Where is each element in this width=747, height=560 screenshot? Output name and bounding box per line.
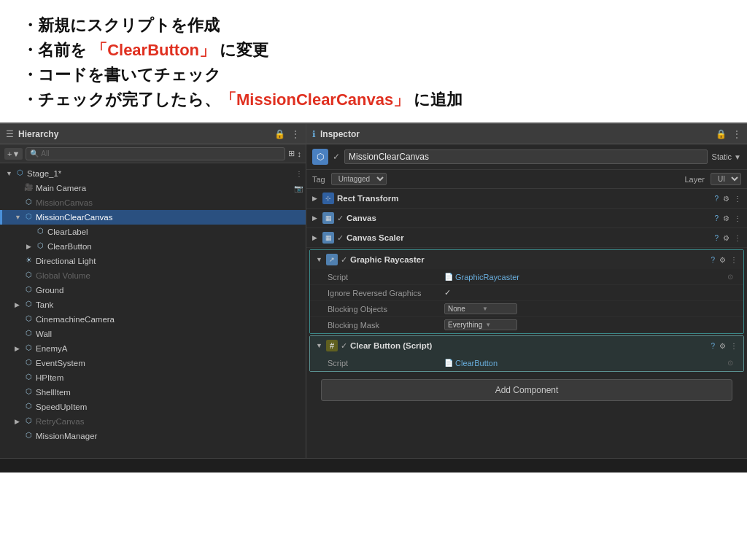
tree-label-mission-canvas: MissionCanvas	[36, 198, 93, 207]
tree-item-ground[interactable]: ⬡ Ground	[0, 283, 306, 298]
static-dropdown-icon[interactable]: ▼	[734, 153, 741, 161]
tree-label-directional-light: Directional Light	[36, 257, 96, 265]
instruction-text-area: ・新規にスクリプトを作成 ・名前を 「ClearButton」 に変更 ・コード…	[0, 0, 747, 122]
gameobject-static-control: Static ▼	[712, 152, 741, 161]
tree-item-cinemachine-camera[interactable]: ⬡ CinemachineCamera	[0, 312, 306, 327]
tree-label-event-system: EventSystem	[36, 359, 85, 368]
blocking-objects-label: Blocking Objects	[328, 305, 444, 314]
clear-script-settings-icon[interactable]: ⊙	[727, 359, 733, 367]
clear-script-value[interactable]: ClearButton	[455, 359, 727, 368]
canvas-scaler-checkbox[interactable]: ✓	[337, 233, 344, 243]
triangle-shell-item	[15, 389, 22, 396]
clear-button-checkbox[interactable]: ✓	[341, 341, 347, 351]
component-graphic-raycaster[interactable]: ▼ ↗ ✓ Graphic Raycaster ? ⚙ ⋮	[310, 250, 743, 269]
clear-button-controls: ? ⚙ ⋮	[711, 342, 738, 350]
tree-item-stage1[interactable]: ⬡ Stage_1* ⋮	[0, 166, 306, 181]
inspector-lock-icon[interactable]: 🔒	[716, 129, 727, 139]
canvas-scaler-settings-icon[interactable]: ⚙	[723, 234, 729, 242]
tree-item-clear-label[interactable]: ⬡ ClearLabel	[0, 225, 306, 239]
graphic-raycaster-checkbox[interactable]: ✓	[341, 255, 347, 265]
hierarchy-lock-icon[interactable]: 🔒	[274, 129, 285, 139]
tree-item-enemy-a[interactable]: ⬡ EnemyA	[0, 341, 306, 356]
tree-item-tank[interactable]: ⬡ Tank	[0, 298, 306, 312]
camera-view-icon: 📷	[294, 184, 303, 192]
rect-transform-help-icon[interactable]: ?	[714, 195, 719, 203]
clear-button-settings-icon[interactable]: ⚙	[719, 342, 726, 350]
triangle-tank	[15, 301, 22, 308]
rect-transform-more-icon[interactable]: ⋮	[734, 195, 741, 203]
bullet-3: ・コードを書いてチェック	[22, 63, 725, 88]
graphic-raycaster-more-icon[interactable]: ⋮	[730, 256, 738, 264]
tree-item-mission-clear-canvas[interactable]: ⬡ MissionClearCanvas	[0, 210, 306, 225]
tree-item-mission-manager[interactable]: ⬡ MissionManager	[0, 429, 306, 443]
tree-label-main-camera: Main Camera	[36, 184, 86, 192]
tree-item-global-volume[interactable]: ⬡ Global Volume	[0, 268, 306, 283]
hierarchy-filter-button[interactable]: ↕	[298, 149, 302, 158]
gameobj-icon-speed-up-item: ⬡	[23, 402, 34, 412]
tree-label-wall: Wall	[36, 330, 52, 338]
gameobj-icon-clear-label: ⬡	[35, 227, 45, 237]
tree-item-speed-up-item[interactable]: ⬡ SpeedUpItem	[0, 400, 306, 414]
hierarchy-search-box[interactable]: 🔍 All	[26, 147, 285, 160]
inspector-header-controls: 🔒 ⋮	[716, 129, 741, 139]
tree-item-event-system[interactable]: ⬡ EventSystem	[0, 356, 306, 370]
tag-select[interactable]: Untagged	[331, 173, 387, 185]
tree-label-enemy-a: EnemyA	[36, 344, 67, 353]
tree-item-main-camera[interactable]: 🎥 Main Camera 📷	[0, 181, 306, 195]
hierarchy-add-button[interactable]: +▼	[4, 148, 23, 160]
script-value[interactable]: GraphicRaycaster	[455, 273, 727, 281]
canvas-help-icon[interactable]: ?	[714, 214, 719, 222]
canvas-settings-icon[interactable]: ⚙	[723, 214, 729, 222]
script-settings-icon[interactable]: ⊙	[727, 273, 733, 281]
light-icon-directional: ☀	[23, 256, 34, 266]
gameobj-icon-enemy-a: ⬡	[23, 343, 34, 354]
clear-button-help-icon[interactable]: ?	[711, 342, 715, 350]
unity-editor: ☰ Hierarchy 🔒 ⋮ +▼ 🔍 All ⊞ ↕ ⬡ Stage_1* …	[0, 122, 747, 458]
dots-icon-stage1[interactable]: ⋮	[295, 170, 303, 178]
graphic-raycaster-help-icon[interactable]: ?	[711, 256, 715, 264]
tree-item-retry-canvas[interactable]: ⬡ RetryCanvas	[0, 414, 306, 429]
graphic-raycaster-settings-icon[interactable]: ⚙	[719, 256, 726, 264]
canvas-checkbox[interactable]: ✓	[337, 214, 344, 223]
triangle-hp-item	[15, 374, 22, 381]
triangle-mission-clear-canvas	[15, 214, 22, 221]
tree-item-shell-item[interactable]: ⬡ ShellItem	[0, 385, 306, 400]
component-canvas[interactable]: ▶ ▦ ✓ Canvas ? ⚙ ⋮	[306, 209, 747, 228]
hierarchy-more-icon[interactable]: ⋮	[291, 129, 300, 139]
tree-item-directional-light[interactable]: ☀ Directional Light	[0, 254, 306, 268]
hierarchy-tree: ⬡ Stage_1* ⋮ 🎥 Main Camera 📷 ⬡ MissionCa…	[0, 163, 306, 458]
gameobj-icon-global-volume: ⬡	[23, 271, 34, 281]
gameobj-icon-retry-canvas: ⬡	[23, 416, 34, 427]
component-canvas-scaler[interactable]: ▶ ▦ ✓ Canvas Scaler ? ⚙ ⋮	[306, 228, 747, 248]
add-component-button[interactable]: Add Component	[321, 379, 732, 401]
component-rect-transform[interactable]: ▶ ⊹ Rect Transform ? ⚙ ⋮	[306, 189, 747, 209]
gameobject-active-checkbox[interactable]: ✓	[333, 152, 340, 162]
rect-transform-settings-icon[interactable]: ⚙	[723, 195, 729, 203]
canvas-more-icon[interactable]: ⋮	[734, 214, 741, 222]
triangle-clear-label	[26, 228, 34, 236]
hierarchy-sort-button[interactable]: ⊞	[288, 149, 295, 158]
tree-item-clear-button[interactable]: ⬡ ClearButton	[0, 239, 306, 254]
canvas-scaler-more-icon[interactable]: ⋮	[734, 234, 741, 242]
ignore-reversed-value[interactable]: ✓	[444, 288, 733, 298]
tree-label-cinemachine-camera: CinemachineCamera	[36, 315, 115, 324]
blocking-objects-dropdown[interactable]: None ▼	[444, 303, 517, 314]
tag-layer-row: Tag Untagged Layer UI	[306, 170, 747, 189]
canvas-scaler-help-icon[interactable]: ?	[714, 234, 719, 242]
gameobj-icon-clear-button: ⬡	[35, 241, 45, 252]
selected-indicator	[0, 210, 2, 225]
tree-item-hp-item[interactable]: ⬡ HPItem	[0, 370, 306, 385]
graphic-raycaster-blocking-mask-row: Blocking Mask Everything ▼	[310, 317, 743, 333]
component-clear-button-script[interactable]: ▼ # ✓ Clear Button (Script) ? ⚙ ⋮	[310, 336, 743, 355]
tree-label-speed-up-item: SpeedUpItem	[36, 402, 87, 411]
rect-transform-icon: ⊹	[322, 192, 334, 204]
tree-item-wall[interactable]: ⬡ Wall	[0, 327, 306, 341]
tree-item-mission-canvas[interactable]: ⬡ MissionCanvas	[0, 195, 306, 210]
clear-button-more-icon[interactable]: ⋮	[730, 342, 738, 350]
triangle-mission-manager	[15, 432, 22, 440]
layer-select[interactable]: UI	[711, 173, 741, 185]
blocking-mask-dropdown[interactable]: Everything ▼	[444, 319, 517, 330]
inspector-more-icon[interactable]: ⋮	[732, 129, 741, 139]
gameobject-name-input[interactable]	[344, 149, 708, 164]
inspector-content: ⬡ ✓ Static ▼ Tag Untagged Layer UI	[306, 144, 747, 458]
